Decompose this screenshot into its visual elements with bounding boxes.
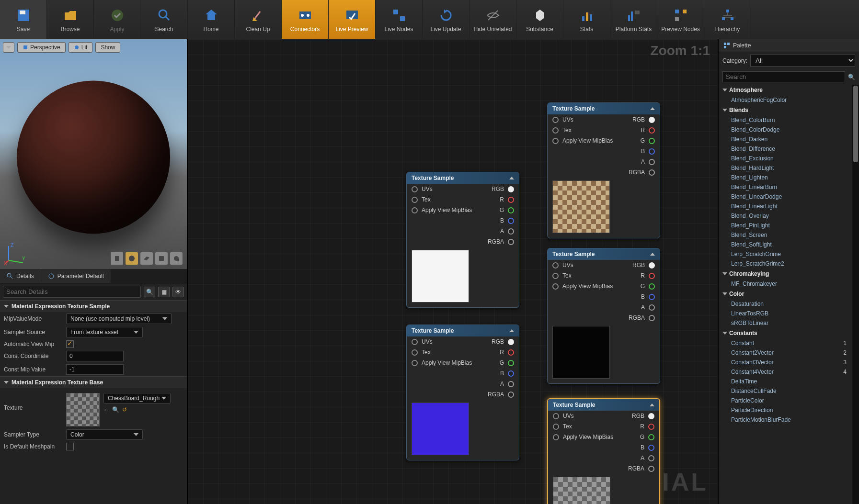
node-header[interactable]: Texture Sample <box>407 172 519 184</box>
texture-thumbnail[interactable] <box>66 393 100 426</box>
palette-item[interactable]: ParticleDirection <box>719 405 850 415</box>
details-tab[interactable]: Details <box>0 269 41 283</box>
input-pin[interactable] <box>412 339 418 345</box>
output-pin[interactable] <box>649 262 655 269</box>
node-header[interactable]: Texture Sample <box>407 325 519 336</box>
output-pin[interactable] <box>649 148 655 155</box>
category-dropdown[interactable]: All <box>750 55 855 67</box>
texture-sample-node[interactable]: Texture SampleUVsRGBTexRApply View MipBi… <box>406 172 519 308</box>
input-pin[interactable] <box>552 273 559 279</box>
output-pin[interactable] <box>649 138 655 144</box>
collapse-icon[interactable] <box>650 253 655 256</box>
palette-item[interactable]: Blend_Overlay <box>719 211 850 221</box>
palette-item[interactable]: LinearTosRGB <box>719 309 850 318</box>
output-pin[interactable] <box>508 207 514 213</box>
palette-item[interactable]: Blend_PinLight <box>719 221 850 230</box>
palette-item[interactable]: Blend_Darken <box>719 134 850 144</box>
palette-item[interactable]: Blend_HardLight <box>719 163 850 173</box>
palette-item[interactable]: Constant4Vector4 <box>719 367 850 377</box>
input-pin[interactable] <box>553 424 559 430</box>
toolbar-live-preview-button[interactable]: Live Preview <box>329 0 376 39</box>
palette-search-input[interactable] <box>722 71 845 82</box>
output-pin[interactable] <box>648 413 654 419</box>
node-header[interactable]: Texture Sample <box>548 103 660 114</box>
toolbar-platform-stats-button[interactable]: Platform Stats <box>610 0 657 39</box>
input-pin[interactable] <box>412 186 418 192</box>
mipmode-dropdown[interactable]: None (use computed mip level) <box>66 314 172 324</box>
output-pin[interactable] <box>508 197 514 203</box>
palette-item[interactable]: Lerp_ScratchGrime2 <box>719 259 850 269</box>
grid-view-button[interactable]: ▦ <box>158 287 170 297</box>
section-header[interactable]: Material Expression Texture Base <box>0 376 187 388</box>
input-pin[interactable] <box>553 434 559 440</box>
toolbar-clean-up-button[interactable]: Clean Up <box>235 0 282 39</box>
output-pin[interactable] <box>649 273 655 279</box>
automip-checkbox[interactable] <box>66 340 74 348</box>
input-pin[interactable] <box>552 117 559 123</box>
lit-button[interactable]: Lit <box>69 42 93 53</box>
toolbar-apply-button[interactable]: Apply <box>94 0 141 39</box>
palette-item[interactable]: Blend_Exclusion <box>719 154 850 163</box>
palette-item[interactable]: Blend_Lighten <box>719 173 850 182</box>
output-pin[interactable] <box>508 381 514 387</box>
perspective-button[interactable]: Perspective <box>17 42 66 53</box>
palette-category[interactable]: Blends <box>719 105 850 115</box>
output-pin[interactable] <box>508 339 514 345</box>
material-graph[interactable]: Zoom 1:1 MATERIAL Texture SampleUVsRGBTe… <box>188 39 718 504</box>
samplertype-dropdown[interactable]: Color <box>66 429 143 440</box>
coord-input[interactable]: 0 <box>66 351 124 361</box>
palette-item[interactable]: Constant3Vector3 <box>719 358 850 367</box>
palette-item[interactable]: MF_Chromakeyer <box>719 279 850 289</box>
output-pin[interactable] <box>649 127 655 134</box>
palette-item[interactable]: DistanceCullFade <box>719 386 850 396</box>
palette-item[interactable]: Blend_ColorDodge <box>719 125 850 134</box>
texture-sample-node[interactable]: Texture SampleUVsRGBTexRApply View MipBi… <box>547 398 660 504</box>
shape-plane-button[interactable] <box>140 252 153 265</box>
palette-item[interactable]: Blend_ColorBurn <box>719 115 850 125</box>
input-pin[interactable] <box>552 127 559 134</box>
palette-item[interactable]: sRGBToLinear <box>719 318 850 328</box>
toolbar-home-button[interactable]: Home <box>188 0 235 39</box>
palette-item[interactable]: DeltaTime <box>719 377 850 386</box>
palette-list[interactable]: AtmosphereAtmosphericFogColorBlendsBlend… <box>719 85 852 504</box>
node-header[interactable]: Texture Sample <box>548 399 659 411</box>
shape-mesh-button[interactable] <box>170 252 183 265</box>
output-pin[interactable] <box>649 304 655 311</box>
output-pin[interactable] <box>508 360 514 366</box>
browse-asset-button[interactable]: 🔍 <box>112 406 119 413</box>
palette-category[interactable]: Color <box>719 289 850 299</box>
shape-cylinder-button[interactable] <box>110 252 124 265</box>
sampler-source-dropdown[interactable]: From texture asset <box>66 327 143 337</box>
toolbar-connectors-button[interactable]: Connectors <box>282 0 329 39</box>
preview-viewport[interactable]: Perspective Lit Show Z Y X <box>0 39 187 269</box>
input-pin[interactable] <box>553 413 559 419</box>
toolbar-live-update-button[interactable]: Live Update <box>423 0 470 39</box>
output-pin[interactable] <box>648 466 654 472</box>
texture-sample-node[interactable]: Texture SampleUVsRGBTexRApply View MipBi… <box>547 102 660 238</box>
collapse-icon[interactable] <box>650 403 654 406</box>
toolbar-save-button[interactable]: Save <box>0 0 47 39</box>
defmesh-checkbox[interactable] <box>66 443 74 450</box>
output-pin[interactable] <box>508 392 514 398</box>
palette-item[interactable]: Constant2Vector2 <box>719 348 850 358</box>
output-pin[interactable] <box>648 424 654 430</box>
palette-item[interactable]: Lerp_ScratchGrime <box>719 249 850 259</box>
toolbar-hide-unrelated-button[interactable]: Hide Unrelated <box>470 0 516 39</box>
palette-item[interactable]: Blend_LinearBurn <box>719 182 850 192</box>
output-pin[interactable] <box>508 218 514 224</box>
palette-item[interactable]: Blend_LinearLight <box>719 202 850 211</box>
input-pin[interactable] <box>412 349 418 356</box>
palette-category[interactable]: Atmosphere <box>719 85 850 95</box>
node-header[interactable]: Texture Sample <box>548 248 660 260</box>
palette-tab[interactable]: Palette <box>719 39 859 52</box>
input-pin[interactable] <box>552 283 559 290</box>
output-pin[interactable] <box>648 445 654 451</box>
output-pin[interactable] <box>649 169 655 176</box>
input-pin[interactable] <box>412 360 418 366</box>
toolbar-search-button[interactable]: Search <box>141 0 188 39</box>
output-pin[interactable] <box>508 239 514 245</box>
input-pin[interactable] <box>412 207 418 213</box>
input-pin[interactable] <box>552 262 559 269</box>
palette-item[interactable]: Constant1 <box>719 338 850 348</box>
output-pin[interactable] <box>508 349 514 356</box>
